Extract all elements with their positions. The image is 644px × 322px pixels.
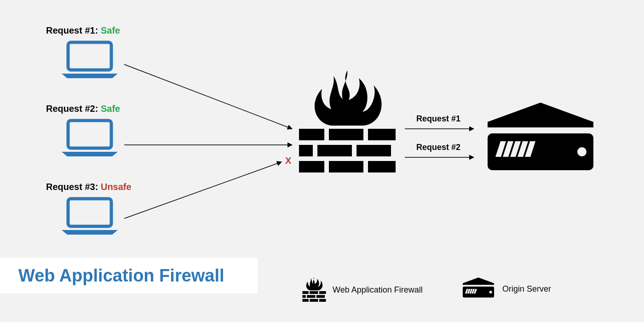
svg-rect-32	[319, 299, 326, 302]
server-icon	[460, 276, 497, 302]
svg-rect-4	[329, 129, 363, 140]
svg-rect-5	[368, 129, 396, 140]
laptop-icon	[60, 40, 120, 80]
laptop-icon	[60, 119, 120, 158]
svg-rect-31	[310, 299, 318, 302]
request-1-status: Safe	[101, 25, 120, 35]
legend-firewall-label: Web Application Firewall	[333, 285, 423, 295]
passed-request-1-label: Request #1	[416, 114, 460, 124]
server-icon	[478, 99, 603, 179]
svg-rect-0	[68, 42, 111, 70]
svg-line-21	[124, 162, 282, 218]
svg-rect-28	[307, 295, 315, 298]
request-3-label: Request #3: Unsafe	[46, 182, 132, 192]
svg-rect-25	[310, 291, 318, 294]
svg-rect-8	[356, 145, 391, 156]
svg-rect-2	[68, 199, 111, 226]
svg-rect-9	[299, 161, 324, 172]
svg-rect-29	[316, 295, 325, 298]
blocked-mark: X	[285, 155, 291, 166]
svg-rect-1	[68, 121, 111, 148]
firewall-icon	[294, 67, 400, 174]
page-title: Web Application Firewall	[18, 266, 224, 286]
svg-rect-27	[302, 295, 305, 298]
legend-server: Origin Server	[460, 276, 551, 302]
request-1-prefix: Request #1:	[46, 25, 98, 35]
svg-rect-24	[302, 291, 308, 294]
svg-rect-26	[319, 291, 326, 294]
svg-rect-30	[302, 299, 308, 302]
request-2-status: Safe	[101, 104, 120, 114]
request-3-prefix: Request #3:	[46, 182, 98, 192]
svg-point-39	[489, 291, 492, 293]
svg-rect-11	[368, 161, 396, 172]
request-3-status: Unsafe	[101, 182, 132, 192]
firewall-icon	[301, 276, 327, 304]
svg-point-18	[577, 147, 586, 156]
laptop-icon	[60, 197, 120, 236]
svg-rect-10	[329, 161, 363, 172]
request-2-label: Request #2: Safe	[46, 104, 120, 114]
svg-rect-7	[317, 145, 352, 156]
svg-rect-3	[299, 129, 324, 140]
legend-firewall: Web Application Firewall	[301, 276, 423, 304]
passed-request-2-label: Request #2	[416, 143, 460, 152]
title-bar: Web Application Firewall	[0, 258, 258, 293]
request-2-prefix: Request #2:	[46, 104, 98, 114]
svg-line-19	[124, 64, 292, 129]
legend-server-label: Origin Server	[502, 284, 551, 294]
request-1-label: Request #1: Safe	[46, 25, 120, 36]
svg-rect-6	[299, 145, 313, 156]
